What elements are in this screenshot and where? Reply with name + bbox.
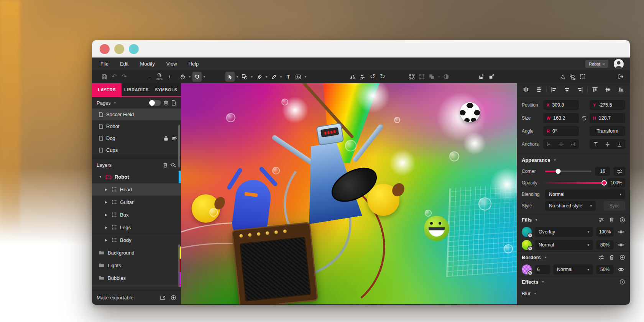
zoom-in-button[interactable]: + xyxy=(165,72,174,82)
blur-header[interactable]: Blur ▾ xyxy=(517,288,630,299)
create-component-button[interactable] xyxy=(477,72,486,82)
fill-opacity-value[interactable]: 100% xyxy=(596,227,614,237)
size-width-field[interactable]: W 163.2 xyxy=(543,113,579,123)
trash-icon[interactable] xyxy=(609,217,614,223)
triangle-down-icon[interactable]: ▼ xyxy=(99,175,102,179)
snap-tool-button[interactable] xyxy=(192,72,202,82)
align-right-button[interactable] xyxy=(573,85,586,95)
plus-circle-icon[interactable] xyxy=(619,279,625,285)
border-blend-dropdown[interactable]: Normal ▾ xyxy=(553,264,593,274)
add-layer-icon[interactable] xyxy=(170,162,176,168)
distribute-horizontal-button[interactable] xyxy=(519,85,532,95)
opacity-slider[interactable] xyxy=(545,182,604,184)
menu-modify[interactable]: Modify xyxy=(140,61,154,67)
effects-header[interactable]: Effects ▾ xyxy=(517,276,630,288)
document-tab[interactable]: Robot × xyxy=(585,60,608,68)
close-window-button[interactable] xyxy=(100,44,110,54)
align-bottom-button[interactable] xyxy=(614,85,628,95)
layer-item-folder[interactable]: ▼ Robot xyxy=(92,171,181,183)
fill-visibility-toggle[interactable] xyxy=(617,243,625,247)
fills-header[interactable]: Fills ▾ xyxy=(517,214,630,225)
fill-color-swatch[interactable]: ✎ xyxy=(522,227,532,237)
zoom-out-button[interactable]: − xyxy=(145,72,154,82)
chevron-down-icon[interactable]: ▾ xyxy=(188,75,192,79)
plus-circle-icon[interactable] xyxy=(619,255,625,260)
page-item[interactable]: Cups xyxy=(92,144,181,156)
pencil-tool-button[interactable] xyxy=(269,72,278,82)
blending-dropdown[interactable]: Normal ▾ xyxy=(545,189,625,199)
tab-symbols[interactable]: SYMBOLS xyxy=(151,83,181,96)
select-tool-button[interactable] xyxy=(225,72,235,82)
corner-value[interactable]: 16 xyxy=(595,167,610,176)
fill-blend-dropdown[interactable]: Overlay ▾ xyxy=(535,227,593,237)
menu-edit[interactable]: Edit xyxy=(120,61,128,67)
anchor-bottom-icon[interactable] xyxy=(617,141,622,147)
angle-field[interactable]: R 0° xyxy=(543,126,579,136)
export-button[interactable] xyxy=(616,72,625,82)
chevron-down-icon[interactable]: ▾ xyxy=(264,75,268,79)
layer-item-group[interactable]: ▶ Legs xyxy=(92,221,181,234)
layer-item-folder[interactable]: Lights xyxy=(92,259,181,272)
opacity-value[interactable]: 100% xyxy=(608,178,625,187)
mask-button[interactable] xyxy=(442,72,451,82)
triangle-right-icon[interactable]: ▶ xyxy=(105,238,108,242)
chevron-down-icon[interactable]: ▾ xyxy=(437,75,441,79)
pages-scrollbar[interactable] xyxy=(178,125,180,168)
triangle-right-icon[interactable]: ▶ xyxy=(105,200,108,204)
appearance-header[interactable]: Appearance ▾ xyxy=(517,154,630,166)
page-item[interactable]: Dog xyxy=(92,132,181,144)
sync-button[interactable]: Sync xyxy=(604,201,625,211)
lock-aspect-ratio-icon[interactable] xyxy=(582,115,587,121)
border-opacity-value[interactable]: 50% xyxy=(596,265,614,274)
page-item[interactable]: Robot xyxy=(92,120,181,132)
vector-path-button[interactable] xyxy=(568,72,577,82)
save-button[interactable] xyxy=(100,72,109,82)
border-visibility-toggle[interactable] xyxy=(617,267,625,272)
triangle-right-icon[interactable]: ▶ xyxy=(105,213,108,217)
menu-help[interactable]: Help xyxy=(189,61,199,67)
layers-scrollbar[interactable] xyxy=(178,244,180,287)
plus-circle-icon[interactable] xyxy=(619,217,625,223)
align-middle-vertical-button[interactable] xyxy=(601,85,614,95)
menu-file[interactable]: File xyxy=(100,61,108,67)
layer-item-group[interactable]: ▶ Head xyxy=(92,183,181,196)
menu-view[interactable]: View xyxy=(166,61,177,67)
sliders-icon[interactable] xyxy=(598,255,604,260)
chevron-down-icon[interactable]: ▾ xyxy=(202,75,206,79)
ungroup-button[interactable] xyxy=(417,72,426,82)
border-width-field[interactable]: 6 xyxy=(535,265,550,274)
anchor-right-icon[interactable] xyxy=(570,142,576,146)
chevron-down-icon[interactable]: ▾ xyxy=(113,101,117,105)
layer-item-folder[interactable]: Bubbles xyxy=(92,272,181,284)
zoom-window-button[interactable] xyxy=(129,44,139,54)
layer-item-group[interactable]: ▶ Guitar xyxy=(92,196,181,209)
tab-libraries[interactable]: LIBRARIES xyxy=(122,83,151,96)
trash-icon[interactable] xyxy=(163,162,168,168)
position-y-field[interactable]: Y -275.5 xyxy=(590,100,625,110)
layer-item-group[interactable]: ▶ Box xyxy=(92,209,181,221)
rotate-ccw-button[interactable]: ↺ xyxy=(368,72,377,82)
size-height-field[interactable]: H 128.7 xyxy=(590,113,625,123)
boolean-union-button[interactable] xyxy=(427,72,436,82)
anchor-center-icon[interactable] xyxy=(558,142,564,146)
fill-blend-dropdown[interactable]: Normal ▾ xyxy=(535,240,593,250)
image-tool-button[interactable] xyxy=(294,72,303,82)
pages-toggle[interactable] xyxy=(150,100,161,106)
hand-tool-button[interactable] xyxy=(178,72,187,82)
make-exportable-bar[interactable]: Make exportable xyxy=(92,291,181,304)
borders-header[interactable]: Borders ▾ xyxy=(517,251,630,263)
align-top-button[interactable] xyxy=(588,85,601,95)
zoom-tool-button[interactable]: 86% xyxy=(155,72,164,82)
layer-item-folder[interactable]: Background xyxy=(92,246,181,259)
triangle-right-icon[interactable]: ▶ xyxy=(105,226,108,229)
cleanup-button[interactable] xyxy=(558,72,567,82)
sliders-icon[interactable] xyxy=(598,217,604,222)
redo-button[interactable]: ↷ xyxy=(120,72,129,82)
fill-visibility-toggle[interactable] xyxy=(617,230,625,234)
pages-title[interactable]: Pages xyxy=(97,100,111,106)
align-left-button[interactable] xyxy=(547,85,560,95)
undo-button[interactable]: ↶ xyxy=(110,72,119,82)
flip-horizontal-button[interactable] xyxy=(348,72,357,82)
fill-opacity-value[interactable]: 80% xyxy=(596,240,614,250)
pen-tool-button[interactable] xyxy=(255,72,264,82)
